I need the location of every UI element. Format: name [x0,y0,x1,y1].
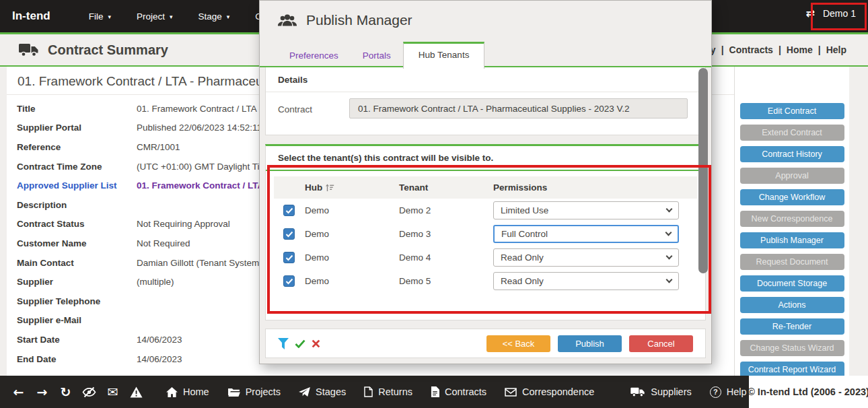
toolbar-item-correspondence[interactable]: Correspondence [505,386,594,397]
field-value: (UTC +01:00) GMT Daylight Time [137,162,272,172]
field-label: Description [17,200,137,210]
extend-contract-button: Extend Contract [740,125,844,141]
file-icon [364,386,373,397]
truck-icon [630,387,645,397]
sync-icon[interactable]: ↻ [54,384,77,399]
toolbar-item-returns[interactable]: Returns [364,386,412,397]
link-separator: | [776,44,784,55]
field-value: Not Required [137,238,190,248]
toolbar-item-contracts[interactable]: Contracts [431,386,486,397]
bottom-toolbar: ← → ↻ ✉ Home [0,376,749,408]
row-checkbox-checked[interactable] [283,205,295,216]
tab-preferences[interactable]: Preferences [277,44,351,67]
permissions-select[interactable]: Read Only [493,272,679,290]
caret-down-icon: ▾ [170,13,173,20]
chevron-down-icon [665,230,672,236]
hub-cell: Demo [305,276,399,286]
tab-portals[interactable]: Portals [351,44,403,67]
menu-stage[interactable]: Stage ▾ [186,11,243,22]
toolbar-item-label: Returns [378,386,412,397]
footer-buttons: << Back Publish Cancel [486,335,693,352]
warning-icon[interactable] [124,386,148,398]
paper-plane-icon [299,387,310,397]
tenant-row-demo2: Demo Demo 2 Limited Use [274,199,697,222]
toolbar-item-projects[interactable]: Projects [227,386,281,397]
hub-column-header[interactable]: Hub [305,182,399,193]
permissions-select-value: Read Only [501,276,544,286]
truck-icon [19,43,39,57]
edit-contract-button[interactable]: Edit Contract [740,103,844,119]
row-checkbox-checked[interactable] [283,228,295,240]
actions-button[interactable]: Actions [740,297,844,313]
permissions-select[interactable]: Limited Use [493,201,679,219]
menu-file-label: File [89,11,104,22]
hub-cell: Demo [305,229,399,239]
tenant-row-demo5: Demo Demo 5 Read Only [274,269,697,293]
tenant-cell: Demo 5 [399,276,493,286]
field-label: End Date [17,354,137,364]
toolbar-item-suppliers[interactable]: Suppliers [630,386,691,397]
permissions-column-header: Permissions [493,182,697,193]
link-home[interactable]: Home [784,44,816,55]
permissions-select-value: Full Control [501,229,548,239]
change-workflow-button[interactable]: Change Workflow [740,189,844,205]
menu-project[interactable]: Project ▾ [124,11,186,22]
cancel-button[interactable]: Cancel [629,335,693,352]
toolbar-item-label: Help [727,386,747,397]
permissions-select-focused[interactable]: Full Control [493,225,679,243]
filter-icon[interactable] [278,338,289,349]
row-checkbox-checked[interactable] [283,252,295,263]
envelope-icon[interactable]: ✉ [101,384,124,399]
modal-footer: << Back Publish Cancel [265,329,706,358]
toolbar-item-stages[interactable]: Stages [299,386,346,397]
re-tender-button[interactable]: Re-Tender [740,318,844,335]
link-contracts[interactable]: Contracts [727,44,776,55]
tenants-table: Hub Tenant Permissions Demo Demo 2 [274,176,697,293]
arrow-right-icon[interactable]: → [30,384,54,399]
link-separator: | [719,44,727,55]
tenants-table-header: Hub Tenant Permissions [274,176,697,199]
field-label: Title [17,104,137,114]
publish-manager-button[interactable]: Publish Manager [740,232,844,248]
menu-project-label: Project [137,11,165,22]
modal-scrollbar-thumb[interactable] [698,68,708,273]
document-storage-button[interactable]: Document Storage [740,275,844,292]
back-button[interactable]: << Back [486,335,550,352]
confirm-check-icon[interactable] [295,339,305,348]
change-status-wizard-button: Change Status Wizard [740,340,844,356]
hub-column-label: Hub [305,182,322,193]
arrow-left-icon[interactable]: ← [7,384,30,399]
footer-icons [278,338,320,349]
eye-slash-icon[interactable] [77,386,101,398]
field-label: Contract Status [17,219,137,229]
field-label: Supplier Portal [17,123,137,133]
toolbar-item-help[interactable]: ? Help [710,386,747,398]
field-label: Start Date [17,335,137,345]
contract-field-input[interactable]: 01. Framework Contract / LTA - Pharmaceu… [349,98,688,118]
details-section: Details Contract 01. Framework Contract … [265,67,706,135]
home-icon [166,387,178,397]
copyright-text: © In-tend Ltd (2006 - 2023) [749,376,868,408]
toolbar-item-home[interactable]: Home [166,386,209,397]
menu-file[interactable]: File ▾ [76,11,124,22]
field-label[interactable]: Approved Supplier List [17,180,137,191]
tab-hub-tenants[interactable]: Hub Tenants [403,42,485,69]
field-label: Supplier e-Mail [17,315,137,325]
chevron-down-icon [666,206,673,213]
contract-field-row: Contract 01. Framework Contract / LTA - … [266,92,705,133]
clear-x-icon[interactable] [312,339,320,348]
tenant-cell: Demo 4 [399,252,493,263]
link-help[interactable]: Help [824,44,849,55]
tenant-switcher-button[interactable]: ⇄ Demo 1 [806,7,856,20]
tenant-cell: Demo 3 [399,229,493,239]
request-document-button: Request Document [740,254,844,270]
field-label: Main Contact [17,258,137,268]
folder-open-icon [227,387,240,397]
page-title: Contract Summary [19,42,168,58]
contract-history-button[interactable]: Contract History [740,146,844,162]
modal-title-label: Publish Manager [306,12,412,28]
row-checkbox-checked[interactable] [283,275,295,287]
publish-button[interactable]: Publish [558,335,622,352]
tenant-column-header[interactable]: Tenant [399,182,493,193]
permissions-select[interactable]: Read Only [493,248,679,267]
